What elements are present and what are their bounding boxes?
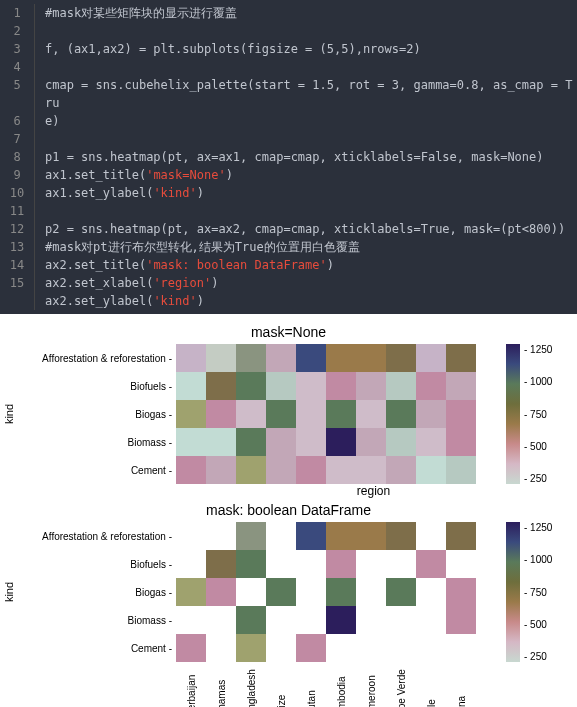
heatmap-cell [296, 606, 326, 634]
heatmap-cell [296, 344, 326, 372]
heatmap-cell [176, 372, 206, 400]
heatmap-cell [416, 550, 446, 578]
heatmap-cell [356, 578, 386, 606]
heatmap-cell [326, 522, 356, 550]
heatmap-cell [236, 634, 266, 662]
y-tick: Biofuels - [17, 381, 172, 392]
heatmap-cell [236, 428, 266, 456]
heatmap-cell [266, 372, 296, 400]
code-text [35, 58, 577, 76]
code-line: 15ax2.set_xlabel('region') [0, 274, 577, 292]
heatmap-cell [416, 456, 446, 484]
y-axis-label: kind [4, 404, 16, 424]
line-number: 6 [0, 112, 35, 130]
heatmap-cell [236, 522, 266, 550]
heatmap-cell [206, 400, 236, 428]
heatmap-cell [446, 428, 476, 456]
heatmap-cell [446, 634, 476, 662]
line-number: 1 [0, 4, 35, 22]
heatmap-cell [326, 634, 356, 662]
heatmap-cell [236, 344, 266, 372]
line-number: 7 [0, 130, 35, 148]
line-number: 12 [0, 220, 35, 238]
heatmap-cell [206, 372, 236, 400]
colorbar-tick: - 750 [524, 409, 552, 420]
heatmap-cell [206, 634, 236, 662]
heatmap-bottom: mask: boolean DataFramekindAfforestation… [2, 498, 575, 707]
heatmap-cell [356, 606, 386, 634]
heatmap-cell [326, 344, 356, 372]
y-tick: Cement - [17, 643, 172, 654]
heatmap-cell [236, 606, 266, 634]
line-number: 10 [0, 184, 35, 202]
colorbar-tick: - 500 [524, 441, 552, 452]
chart-title: mask: boolean DataFrame [2, 498, 575, 522]
line-number: 15 [0, 274, 35, 292]
code-line: 14ax2.set_title('mask: boolean DataFrame… [0, 256, 577, 274]
heatmap-cell [326, 372, 356, 400]
y-tick: Afforestation & reforestation - [17, 531, 172, 542]
code-text [35, 130, 577, 148]
heatmap-cell [386, 344, 416, 372]
colorbar-tick: - 500 [524, 619, 552, 630]
y-tick: Biofuels - [17, 559, 172, 570]
heatmap-cell [206, 550, 236, 578]
code-text: e) [35, 112, 577, 130]
heatmap-cell [176, 522, 206, 550]
code-text: p1 = sns.heatmap(pt, ax=ax1, cmap=cmap, … [35, 148, 577, 166]
y-tick: Biomass - [17, 615, 172, 626]
code-text: f, (ax1,ax2) = plt.subplots(figsize = (5… [35, 40, 577, 58]
heatmap-cell [296, 634, 326, 662]
heatmap-cell [206, 578, 236, 606]
heatmap-cell [266, 522, 296, 550]
heatmap-cell [326, 400, 356, 428]
heatmap-cell [386, 372, 416, 400]
code-line: 8p1 = sns.heatmap(pt, ax=ax1, cmap=cmap,… [0, 148, 577, 166]
x-tick: China [456, 692, 521, 707]
y-tick: Afforestation & reforestation - [17, 353, 172, 364]
line-number: 9 [0, 166, 35, 184]
heatmap-cell [416, 606, 446, 634]
y-tick: Biogas - [17, 409, 172, 420]
heatmap-cell [416, 428, 446, 456]
line-number: 14 [0, 256, 35, 274]
heatmap-cell [446, 400, 476, 428]
code-text: cmap = sns.cubehelix_palette(start = 1.5… [35, 76, 577, 112]
heatmap-cell [416, 400, 446, 428]
heatmap-cell [296, 522, 326, 550]
colorbar-tick: - 1250 [524, 522, 552, 533]
colorbar [506, 344, 520, 484]
line-number: 8 [0, 148, 35, 166]
code-line: 9ax1.set_title('mask=None') [0, 166, 577, 184]
heatmap-cell [206, 522, 236, 550]
colorbar-tick: - 1250 [524, 344, 552, 355]
code-line: 13#mask对pt进行布尔型转化,结果为True的位置用白色覆盖 [0, 238, 577, 256]
heatmap-cell [446, 372, 476, 400]
line-number: 4 [0, 58, 35, 76]
heatmap-cell [176, 550, 206, 578]
heatmap-cell [356, 634, 386, 662]
heatmap-cell [266, 634, 296, 662]
heatmap-cell [356, 550, 386, 578]
heatmap-cell [266, 428, 296, 456]
code-text: ax1.set_ylabel('kind') [35, 184, 577, 202]
y-tick: Cement - [17, 465, 172, 476]
heatmap-cell [296, 550, 326, 578]
heatmap-cell [296, 456, 326, 484]
colorbar-tick: - 1000 [524, 376, 552, 387]
heatmap-cell [416, 578, 446, 606]
heatmap-cell [206, 456, 236, 484]
heatmap-cell [446, 578, 476, 606]
y-tick: Biogas - [17, 587, 172, 598]
y-axis-label: kind [4, 582, 16, 602]
line-number: 13 [0, 238, 35, 256]
heatmap-cell [356, 428, 386, 456]
heatmap-cell [386, 578, 416, 606]
heatmap-cell [326, 550, 356, 578]
code-line: 11 [0, 202, 577, 220]
heatmap-cell [356, 522, 386, 550]
heatmap-cell [446, 344, 476, 372]
heatmap-cell [356, 400, 386, 428]
code-line: 4 [0, 58, 577, 76]
code-line: 5cmap = sns.cubehelix_palette(start = 1.… [0, 76, 577, 112]
